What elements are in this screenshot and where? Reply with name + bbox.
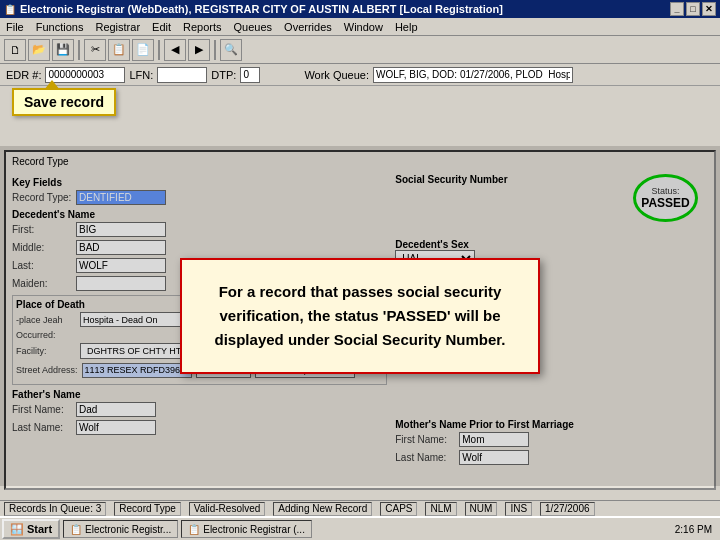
modal-box: For a record that passes social security…	[180, 258, 540, 374]
modal-overlay: For a record that passes social security…	[0, 146, 720, 486]
title-bar: 📋 Electronic Registrar (WebDeath), REGIS…	[0, 0, 720, 18]
taskbar-item-2[interactable]: 📋 Electronic Registrar (...	[181, 520, 312, 538]
taskbar: 🪟 Start 📋 Electronic Registr... 📋 Electr…	[0, 516, 720, 540]
close-button[interactable]: ✕	[702, 2, 716, 16]
toolbar-paste[interactable]: 📄	[132, 39, 154, 61]
date-segment: 1/27/2006	[540, 502, 595, 516]
ins-segment: INS	[505, 502, 532, 516]
taskbar-item-1-label: Electronic Registr...	[85, 524, 171, 535]
valid-resolved-text: Valid-Resolved	[194, 503, 261, 514]
edr-bar: EDR #: LFN: DTP: Work Queue:	[0, 64, 720, 86]
save-record-label: Save record	[24, 94, 104, 110]
toolbar-prev[interactable]: ◀	[164, 39, 186, 61]
toolbar-save[interactable]: 💾	[52, 39, 74, 61]
menu-help[interactable]: Help	[393, 21, 420, 33]
menu-functions[interactable]: Functions	[34, 21, 86, 33]
edr-label: EDR #:	[6, 69, 41, 81]
start-label: Start	[27, 523, 52, 535]
toolbar-cut[interactable]: ✂	[84, 39, 106, 61]
menu-window[interactable]: Window	[342, 21, 385, 33]
taskbar-icon-2: 📋	[188, 524, 200, 535]
taskbar-icon-1: 📋	[70, 524, 82, 535]
record-type-segment: Record Type	[114, 502, 181, 516]
minimize-button[interactable]: _	[670, 2, 684, 16]
records-text: Records In Queue: 3	[9, 503, 101, 514]
toolbar-next[interactable]: ▶	[188, 39, 210, 61]
start-icon: 🪟	[10, 523, 24, 536]
toolbar-search[interactable]: 🔍	[220, 39, 242, 61]
menu-bar: File Functions Registrar Edit Reports Qu…	[0, 18, 720, 36]
lfn-input[interactable]	[157, 67, 207, 83]
menu-edit[interactable]: Edit	[150, 21, 173, 33]
toolbar-sep2	[158, 40, 160, 60]
work-queue-input[interactable]	[373, 67, 573, 83]
toolbar-new[interactable]: 🗋	[4, 39, 26, 61]
records-segment: Records In Queue: 3	[4, 502, 106, 516]
main-area: Save record Record Type Key Fields Recor…	[0, 86, 720, 516]
valid-resolved-segment: Valid-Resolved	[189, 502, 266, 516]
nlm-text: NLM	[430, 503, 451, 514]
window-controls: _ □ ✕	[670, 2, 716, 16]
dtp-label: DTP:	[211, 69, 236, 81]
toolbar-sep1	[78, 40, 80, 60]
status-bar: Records In Queue: 3 Record Type Valid-Re…	[0, 500, 720, 516]
menu-queues[interactable]: Queues	[232, 21, 275, 33]
adding-new-text: Adding New Record	[278, 503, 367, 514]
status-date: 1/27/2006	[545, 503, 590, 514]
nlm-segment: NLM	[425, 502, 456, 516]
menu-overrides[interactable]: Overrides	[282, 21, 334, 33]
caps-segment: CAPS	[380, 502, 417, 516]
tooltip-arrow	[44, 80, 60, 90]
toolbar: 🗋 📂 💾 ✂ 📋 📄 ◀ ▶ 🔍	[0, 36, 720, 64]
modal-text: For a record that passes social security…	[215, 283, 506, 348]
dtp-input[interactable]	[240, 67, 260, 83]
work-queue-label: Work Queue:	[304, 69, 369, 81]
num-segment: NUM	[465, 502, 498, 516]
menu-reports[interactable]: Reports	[181, 21, 224, 33]
title-text: Electronic Registrar (WebDeath), REGISTR…	[20, 3, 503, 15]
app-icon: 📋	[4, 4, 16, 15]
taskbar-time: 2:16 PM	[669, 524, 718, 535]
caps-text: CAPS	[385, 503, 412, 514]
toolbar-sep3	[214, 40, 216, 60]
num-text: NUM	[470, 503, 493, 514]
lfn-label: LFN:	[129, 69, 153, 81]
maximize-button[interactable]: □	[686, 2, 700, 16]
toolbar-copy[interactable]: 📋	[108, 39, 130, 61]
record-type-status: Record Type	[119, 503, 176, 514]
taskbar-item-2-label: Electronic Registrar (...	[203, 524, 305, 535]
menu-registrar[interactable]: Registrar	[93, 21, 142, 33]
adding-new-segment: Adding New Record	[273, 502, 372, 516]
start-button[interactable]: 🪟 Start	[2, 519, 60, 539]
taskbar-item-1[interactable]: 📋 Electronic Registr...	[63, 520, 178, 538]
time-display: 2:16 PM	[675, 524, 712, 535]
ins-text: INS	[510, 503, 527, 514]
save-record-tooltip: Save record	[12, 88, 116, 116]
toolbar-open[interactable]: 📂	[28, 39, 50, 61]
menu-file[interactable]: File	[4, 21, 26, 33]
